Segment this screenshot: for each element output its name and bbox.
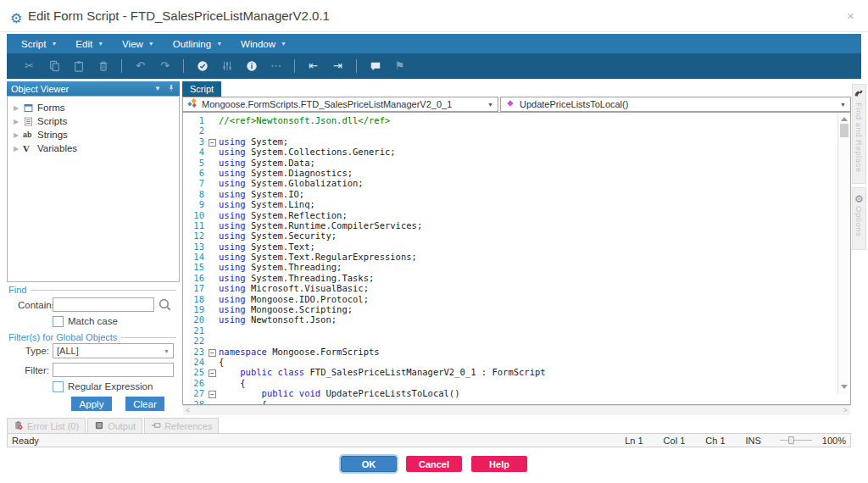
status-insert-mode: INS — [746, 436, 761, 446]
fold-marker[interactable]: − — [209, 388, 219, 398]
delete-icon[interactable] — [91, 60, 115, 73]
vertical-scrollbar[interactable] — [837, 113, 849, 394]
code-line: 1//<ref>Newtonsoft.Json.dll</ref> — [183, 115, 850, 125]
line-number: 1 — [183, 115, 209, 125]
contains-input[interactable] — [53, 297, 154, 312]
panel-dropdown-icon[interactable]: ▼ — [154, 85, 161, 92]
side-tab-find-and-replace[interactable]: Find and Replace — [852, 84, 866, 184]
tab-error-list-[interactable]: Error List (0) — [7, 418, 86, 433]
search-icon[interactable] — [158, 297, 172, 315]
horizontal-scrollbar[interactable]: < > — [183, 405, 850, 415]
tab-references[interactable]: References — [144, 418, 219, 433]
apply-button[interactable]: Apply — [71, 397, 112, 411]
regular-expression-checkbox[interactable] — [53, 381, 64, 392]
more-icon[interactable]: ⋯ — [264, 60, 288, 72]
tab-script[interactable]: Script — [182, 81, 221, 97]
code-line: 6using System.Diagnostics; — [183, 168, 850, 178]
clear-button[interactable]: Clear — [125, 397, 164, 411]
copy-icon[interactable] — [42, 60, 66, 73]
scroll-right-icon[interactable]: > — [843, 406, 848, 414]
zoom-slider-thumb[interactable] — [788, 436, 794, 444]
menu-edit[interactable]: Edit▼ — [68, 34, 114, 53]
code-line: 15using System.Threading; — [183, 262, 850, 272]
fold-gutter — [209, 336, 219, 346]
undo-icon[interactable]: ↶ — [128, 60, 153, 72]
code-text: using System.Text; — [219, 242, 315, 252]
side-tab-options[interactable]: ⚙Options — [852, 187, 866, 250]
comment-icon[interactable] — [363, 60, 387, 73]
fold-gutter — [209, 242, 219, 252]
line-number: 23 — [183, 347, 209, 357]
filter-section-legend: Filter(s) for Global Objects — [8, 332, 176, 342]
line-number: 24 — [183, 357, 209, 367]
outdent-icon[interactable]: ⇤ — [301, 60, 326, 72]
pin-icon[interactable] — [167, 84, 175, 94]
menu-script[interactable]: Script▼ — [14, 34, 68, 53]
expand-arrow-icon[interactable]: ▶ — [14, 118, 23, 125]
menu-label: Window — [241, 39, 275, 49]
tree-item-strings[interactable]: ▶abStrings — [8, 128, 179, 142]
code-line: 28 { — [183, 399, 850, 405]
fold-gutter — [209, 357, 219, 367]
info-icon[interactable] — [239, 60, 264, 73]
scroll-up-icon[interactable] — [841, 117, 848, 121]
ok-button[interactable]: OK — [341, 456, 397, 472]
tree-item-forms[interactable]: ▶Forms — [8, 101, 179, 114]
settings-sliders-icon[interactable] — [214, 60, 239, 73]
class-selector-dropdown[interactable]: Mongoose.FormScripts.FTD_SalesPriceListM… — [182, 97, 498, 112]
type-label: Type: — [17, 346, 49, 356]
help-button[interactable]: Help — [471, 456, 527, 472]
fold-gutter — [209, 230, 219, 241]
tree-item-scripts[interactable]: ▶Scripts — [8, 114, 179, 128]
code-line: 10using System.Reflection; — [183, 210, 850, 220]
cut-icon[interactable]: ✂ — [17, 60, 42, 72]
menu-window[interactable]: Window▼ — [233, 34, 298, 53]
tree-item-variables[interactable]: ▶VVariables — [8, 142, 179, 155]
fold-gutter — [209, 158, 219, 168]
output-icon — [94, 420, 104, 432]
object-viewer-header[interactable]: Object Viewer ▼ — [7, 81, 180, 96]
expand-arrow-icon[interactable]: ▶ — [14, 145, 23, 153]
status-char: Ch 1 — [705, 436, 725, 446]
type-dropdown[interactable]: [ALL] ▼ — [53, 343, 174, 358]
expand-arrow-icon[interactable]: ▶ — [14, 131, 23, 139]
code-editor[interactable]: 1//<ref>Newtonsoft.Json.dll</ref>23−usin… — [182, 112, 851, 405]
fold-gutter — [209, 115, 219, 125]
validate-icon[interactable] — [190, 60, 214, 73]
indent-icon[interactable]: ⇥ — [326, 60, 350, 72]
close-icon[interactable]: × — [847, 8, 854, 23]
forms-icon — [23, 103, 37, 114]
fold-marker[interactable]: − — [209, 136, 219, 147]
code-text: using System.Threading; — [219, 262, 342, 272]
line-number: 16 — [183, 273, 209, 283]
toolbar-separator — [183, 59, 184, 73]
tree-item-label: Strings — [37, 130, 68, 140]
scroll-down-icon[interactable] — [841, 385, 848, 389]
zoom-slider[interactable] — [780, 436, 812, 444]
menu-view[interactable]: View▼ — [114, 34, 165, 53]
references-icon — [151, 420, 161, 432]
menu-outlining[interactable]: Outlining▼ — [165, 34, 233, 53]
match-case-checkbox[interactable] — [53, 316, 64, 327]
bookmark-icon[interactable]: ⚑ — [387, 60, 412, 72]
code-text: using Microsoft.VisualBasic; — [219, 283, 369, 293]
code-line: 13using System.Text; — [183, 242, 850, 252]
code-line: 4using System.Collections.Generic; — [183, 147, 850, 157]
scrollbar-thumb[interactable] — [840, 124, 849, 137]
fold-gutter — [209, 378, 219, 388]
cancel-button[interactable]: Cancel — [406, 456, 462, 472]
redo-icon[interactable]: ↷ — [153, 60, 177, 72]
method-selector-dropdown[interactable]: UpdatePriceListsToLocal() ▼ — [500, 97, 851, 112]
bottom-tab-label: Error List (0) — [27, 421, 79, 431]
fold-marker[interactable]: − — [209, 367, 219, 377]
tab-output[interactable]: Output — [87, 418, 142, 433]
filter-input[interactable] — [53, 363, 174, 377]
code-line: 18using Mongoose.IDO.Protocol; — [183, 294, 850, 304]
toolbar-separator — [121, 59, 122, 73]
expand-arrow-icon[interactable]: ▶ — [14, 104, 23, 112]
code-line: 16using System.Threading.Tasks; — [183, 273, 850, 283]
fold-marker[interactable]: − — [209, 347, 219, 357]
scroll-left-icon[interactable]: < — [186, 406, 190, 414]
paste-icon[interactable] — [66, 60, 91, 73]
code-line: 24{ — [183, 357, 850, 367]
